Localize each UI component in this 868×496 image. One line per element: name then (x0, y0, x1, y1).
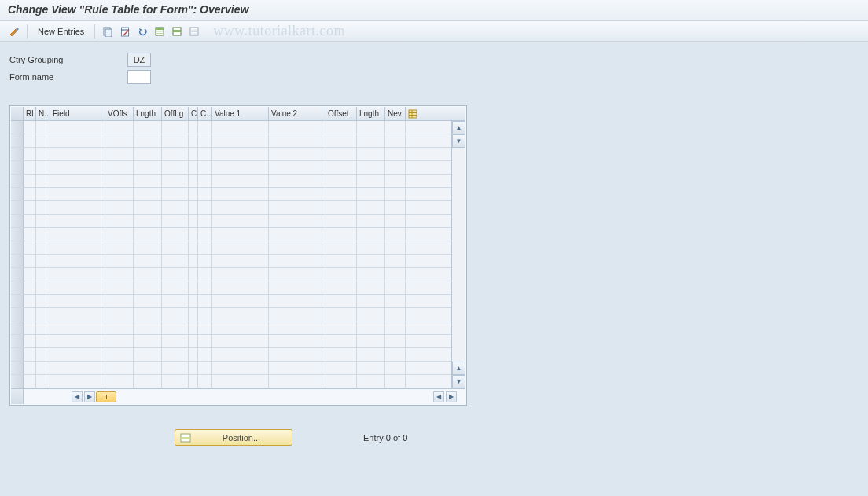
table-cell[interactable] (36, 375, 50, 388)
table-cell[interactable] (24, 348, 36, 361)
table-cell[interactable] (212, 215, 269, 227)
table-cell[interactable] (134, 241, 162, 254)
table-cell[interactable] (357, 148, 385, 160)
table-cell[interactable] (269, 241, 326, 254)
table-cell[interactable] (24, 321, 36, 334)
table-cell[interactable] (212, 241, 269, 254)
table-cell[interactable] (326, 348, 357, 361)
table-cell[interactable] (134, 175, 162, 187)
table-cell[interactable] (269, 308, 326, 321)
scroll-up-icon[interactable]: ▲ (452, 121, 465, 134)
row-selector[interactable] (11, 295, 24, 307)
table-cell[interactable] (105, 175, 134, 187)
table-cell[interactable] (357, 255, 385, 267)
table-cell[interactable] (269, 188, 326, 200)
table-cell[interactable] (162, 148, 189, 160)
row-selector[interactable] (11, 241, 24, 254)
row-selector[interactable] (11, 188, 24, 200)
table-cell[interactable] (24, 148, 36, 160)
table-cell[interactable] (385, 121, 406, 134)
table-cell[interactable] (385, 268, 406, 281)
table-cell[interactable] (189, 228, 198, 241)
table-cell[interactable] (269, 348, 326, 361)
table-cell[interactable] (269, 121, 326, 134)
row-selector[interactable] (11, 255, 24, 267)
select-block-icon[interactable] (169, 24, 185, 39)
table-cell[interactable] (212, 375, 269, 388)
table-cell[interactable] (105, 268, 134, 281)
table-cell[interactable] (198, 161, 212, 174)
deselect-all-icon[interactable] (186, 24, 202, 39)
table-cell[interactable] (198, 335, 212, 347)
table-cell[interactable] (212, 281, 269, 294)
table-cell[interactable] (357, 134, 385, 147)
table-cell[interactable] (189, 268, 198, 281)
table-cell[interactable] (36, 148, 50, 160)
table-cell[interactable] (385, 335, 406, 347)
col-lngth2[interactable]: Lngth (357, 107, 385, 120)
table-cell[interactable] (134, 362, 162, 374)
row-selector[interactable] (11, 215, 24, 227)
hscroll-track[interactable] (120, 392, 429, 402)
table-cell[interactable] (162, 255, 189, 267)
table-cell[interactable] (326, 201, 357, 214)
table-cell[interactable] (36, 134, 50, 147)
table-cell[interactable] (36, 255, 50, 267)
table-cell[interactable] (269, 375, 326, 388)
table-cell[interactable] (357, 175, 385, 187)
table-cell[interactable] (357, 281, 385, 294)
table-cell[interactable] (189, 295, 198, 307)
table-cell[interactable] (162, 215, 189, 227)
table-cell[interactable] (24, 308, 36, 321)
new-entries-button[interactable]: New Entries (32, 24, 90, 39)
scroll-track[interactable] (452, 148, 465, 362)
table-cell[interactable] (385, 375, 406, 388)
undo-change-icon[interactable] (134, 24, 150, 39)
table-cell[interactable] (326, 375, 357, 388)
table-cell[interactable] (50, 308, 105, 321)
table-cell[interactable] (50, 201, 105, 214)
table-cell[interactable] (162, 321, 189, 334)
table-configure-button[interactable] (406, 107, 420, 120)
table-cell[interactable] (162, 161, 189, 174)
table-cell[interactable] (198, 362, 212, 374)
table-cell[interactable] (162, 348, 189, 361)
table-cell[interactable] (105, 255, 134, 267)
table-cell[interactable] (269, 268, 326, 281)
table-cell[interactable] (212, 308, 269, 321)
scroll-down-icon[interactable]: ▼ (452, 375, 465, 388)
table-cell[interactable] (357, 375, 385, 388)
table-cell[interactable] (189, 281, 198, 294)
table-cell[interactable] (24, 241, 36, 254)
table-cell[interactable] (24, 175, 36, 187)
col-row-selector[interactable] (11, 107, 24, 120)
table-cell[interactable] (50, 281, 105, 294)
table-cell[interactable] (269, 295, 326, 307)
table-cell[interactable] (212, 295, 269, 307)
table-cell[interactable] (357, 348, 385, 361)
col-offset[interactable]: Offset (326, 107, 357, 120)
col-voffs[interactable]: VOffs (105, 107, 134, 120)
table-cell[interactable] (385, 215, 406, 227)
col-c[interactable]: C (189, 107, 198, 120)
table-cell[interactable] (50, 295, 105, 307)
table-cell[interactable] (326, 228, 357, 241)
table-cell[interactable] (36, 281, 50, 294)
table-cell[interactable] (198, 281, 212, 294)
row-selector[interactable] (11, 281, 24, 294)
table-cell[interactable] (326, 161, 357, 174)
table-cell[interactable] (212, 348, 269, 361)
scroll-left-small-icon[interactable]: ◀ (433, 391, 444, 402)
position-button[interactable]: Position... (175, 429, 292, 446)
table-cell[interactable] (36, 348, 50, 361)
table-cell[interactable] (189, 348, 198, 361)
table-cell[interactable] (36, 121, 50, 134)
table-cell[interactable] (36, 308, 50, 321)
table-cell[interactable] (105, 121, 134, 134)
table-cell[interactable] (198, 375, 212, 388)
table-cell[interactable] (24, 161, 36, 174)
scroll-right-icon[interactable]: ▶ (446, 391, 457, 402)
table-cell[interactable] (162, 188, 189, 200)
table-cell[interactable] (326, 362, 357, 374)
table-cell[interactable] (189, 215, 198, 227)
